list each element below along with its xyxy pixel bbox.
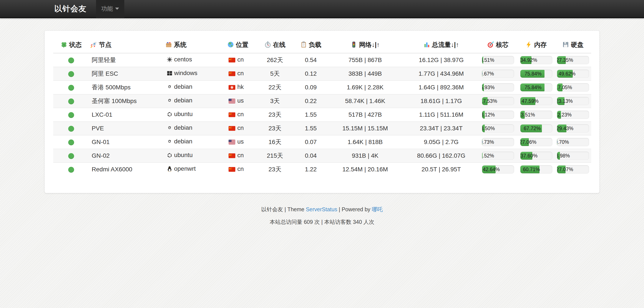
memory-cell: 75.84% <box>518 80 555 94</box>
table-header-row: 状态节点系统位置在线负载网络↓|↑总流量↓|↑核芯内存硬盘 <box>53 36 591 53</box>
disk-progress-bar: 17.05% <box>557 83 589 92</box>
load-cell: 0.04 <box>296 149 326 162</box>
location-cell: us <box>226 94 254 108</box>
theme-link[interactable]: ServerStatus <box>306 206 338 212</box>
os-cell: debian <box>164 80 226 94</box>
footer: 以针会友 | Theme ServerStatus | Powered by 哪… <box>0 206 644 226</box>
node-name: PVE <box>89 122 164 135</box>
features-menu[interactable]: 功能 <box>96 0 124 18</box>
debian-logo-icon <box>167 84 172 91</box>
location-label: cn <box>237 70 244 77</box>
status-online-dot <box>68 140 74 145</box>
cpu-cell: 0.73% <box>478 135 518 149</box>
server-row[interactable]: PVEdebiancn23天1.5515.15M | 15.15M23.34T … <box>53 122 591 135</box>
cpu-progress-bar: 3.51% <box>482 56 514 64</box>
status-cell <box>53 135 89 149</box>
disk-cell: 49.62% <box>555 67 591 80</box>
status-cell <box>53 149 89 162</box>
node-name: LXC-01 <box>89 108 164 122</box>
server-row[interactable]: 圣何塞 100Mbpsdebianus3天0.2258.74K | 1.46K1… <box>53 94 591 108</box>
network-speed-cell: 755B | 867B <box>326 53 404 67</box>
server-row[interactable]: GN-01debianus16天0.071.64K | 818B9.05G | … <box>53 135 591 149</box>
server-row[interactable]: GN-02ubuntucn215天0.04931B | 4K80.66G | 1… <box>53 149 591 162</box>
column-header-8: 总流量↓|↑ <box>404 36 478 53</box>
status-cell <box>53 94 89 108</box>
network-speed-cell: 383B | 449B <box>326 67 404 80</box>
cpu-progress-bar: 8.12% <box>482 111 514 119</box>
disk-percent-label: 12.23% <box>557 112 572 118</box>
column-header-9: 核芯 <box>478 36 518 53</box>
os-cell: centos <box>164 53 226 67</box>
uptime-cell: 262天 <box>254 53 296 67</box>
uptime-cell: 22天 <box>254 80 296 94</box>
disk-percent-label: 27.07% <box>557 166 573 172</box>
server-row[interactable]: 阿里 ESCwindowscn5天0.12383B | 449B1.77G | … <box>53 67 591 80</box>
memory-percent-label: 27.06% <box>520 139 536 145</box>
bar-chart-icon <box>424 41 430 49</box>
uptime-cell: 23天 <box>254 122 296 135</box>
network-speed-cell: 58.74K | 1.46K <box>326 94 404 108</box>
memory-progress-bar: 34.92% <box>520 56 552 64</box>
column-header-label: 核芯 <box>496 41 508 48</box>
disk-progress-bar: 23.13% <box>557 97 589 105</box>
total-traffic-cell: 16.12G | 38.97G <box>404 53 478 67</box>
status-cell <box>53 53 89 67</box>
server-row[interactable]: Redmi AX6000openwrtcn23天1.2212.54M | 20.… <box>53 162 591 176</box>
column-header-label: 在线 <box>273 41 286 48</box>
os-label: ubuntu <box>174 111 193 117</box>
total-traffic-cell: 9.05G | 2.7G <box>404 135 478 149</box>
memory-percent-label: 67.72% <box>524 125 540 131</box>
openwrt-logo-icon <box>167 166 172 173</box>
column-header-label: 硬盘 <box>571 41 584 48</box>
ubuntu-logo-icon <box>167 111 172 119</box>
network-speed-cell: 12.54M | 20.16M <box>326 162 404 176</box>
load-cell: 0.22 <box>296 94 326 108</box>
cpu-percent-label: 42.64% <box>483 166 500 172</box>
cn-flag-icon <box>228 112 235 119</box>
disk-percent-label: 17.05% <box>557 84 572 90</box>
status-online-dot <box>68 112 74 118</box>
cpu-cell: 42.64% <box>478 162 518 176</box>
disk-cell: 23.13% <box>555 94 591 108</box>
os-label: debian <box>174 124 192 131</box>
memory-progress-bar: 67.72% <box>520 124 552 133</box>
rocket-icon <box>90 41 97 49</box>
cpu-progress-bar: 17.53% <box>482 97 514 105</box>
column-header-3: 系统 <box>164 36 226 53</box>
location-label: cn <box>237 125 244 131</box>
memory-percent-label: 37.60% <box>520 153 538 158</box>
node-name: 香港 500Mbps <box>89 80 164 94</box>
location-cell: cn <box>226 108 254 122</box>
disk-percent-label: 23.13% <box>557 98 573 104</box>
centos-logo-icon <box>167 57 172 64</box>
memory-percent-label: 75.84% <box>524 84 542 90</box>
disk-progress-bar: 29.43% <box>557 124 589 133</box>
memory-percent-label: 34.92% <box>520 57 537 63</box>
memory-percent-label: 75.84% <box>524 71 542 77</box>
memory-progress-bar: 75.84% <box>520 83 552 92</box>
total-traffic-cell: 1.77G | 434.96M <box>404 67 478 80</box>
powered-by-link[interactable]: 哪吒 <box>372 206 383 212</box>
status-cell <box>53 122 89 135</box>
memory-percent-label: 47.59% <box>522 98 538 104</box>
network-speed-cell: 931B | 4K <box>326 149 404 162</box>
server-row[interactable]: LXC-01ubuntucn23天1.55517B | 427B1.11G | … <box>53 108 591 122</box>
os-label: windows <box>174 70 197 76</box>
status-cell <box>53 162 89 176</box>
memory-cell: 13.51% <box>518 108 555 122</box>
status-online-dot <box>68 99 74 104</box>
features-menu-label: 功能 <box>101 5 113 12</box>
server-row[interactable]: 阿里轻量centoscn262天0.54755B | 867B16.12G | … <box>53 53 591 67</box>
disk-progress-bar: 27.35% <box>557 56 589 64</box>
os-cell: debian <box>164 94 226 108</box>
disk-percent-label: 27.35% <box>557 57 573 63</box>
brand-link[interactable]: 以针会友 <box>54 3 86 14</box>
disk-cell: 12.23% <box>555 108 591 122</box>
column-header-10: 内存 <box>518 36 555 53</box>
lightning-icon <box>526 41 532 49</box>
node-name: 圣何塞 100Mbps <box>89 94 164 108</box>
memory-cell: 27.06% <box>518 135 555 149</box>
navbar: 以针会友 功能 <box>0 0 644 18</box>
location-label: us <box>237 97 244 104</box>
server-row[interactable]: 香港 500Mbpsdebianhk22天0.091.69K | 2.28K1.… <box>53 80 591 94</box>
